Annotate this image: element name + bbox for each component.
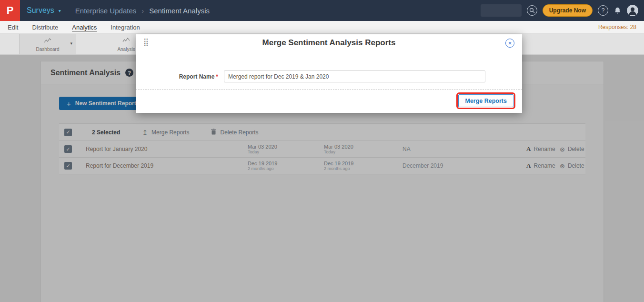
survey-nav: Edit Distribute Analytics Integration Re… <box>0 21 644 34</box>
app-logo[interactable]: P <box>0 0 20 21</box>
topbar-actions: Upgrade Now ? <box>481 4 644 17</box>
toolbar-item-dashboard[interactable]: Dashboard ▾ <box>19 34 76 54</box>
report-name-label: Report Name* <box>136 73 224 80</box>
product-switcher[interactable]: Surveys ▾ <box>27 6 61 15</box>
modal-header: ⣿ Merge Sentiment Analysis Reports × <box>136 34 522 51</box>
nav-item-distribute[interactable]: Distribute <box>32 24 58 31</box>
report-name-input[interactable] <box>224 70 485 82</box>
user-avatar[interactable] <box>627 5 638 16</box>
line-chart-icon <box>44 37 51 45</box>
help-icon[interactable]: ? <box>598 5 608 16</box>
page: P Surveys ▾ Enterprise Updates › Sentime… <box>0 0 644 302</box>
modal-body: Report Name* <box>136 70 522 82</box>
caret-down-icon: ▾ <box>59 8 61 13</box>
modal-title: Merge Sentiment Analysis Reports <box>262 38 396 48</box>
topbar: P Surveys ▾ Enterprise Updates › Sentime… <box>0 0 644 21</box>
search-icon[interactable] <box>527 5 537 16</box>
caret-down-icon[interactable]: ▾ <box>70 41 72 46</box>
toolbar-item-label: Dashboard <box>36 47 60 52</box>
nav-item-integration[interactable]: Integration <box>111 24 140 31</box>
breadcrumb-survey-name[interactable]: Enterprise Updates <box>75 7 136 15</box>
upgrade-now-button[interactable]: Upgrade Now <box>543 4 593 17</box>
nav-item-analytics[interactable]: Analytics <box>72 24 97 31</box>
breadcrumb: Enterprise Updates › Sentiment Analysis <box>75 7 210 15</box>
required-marker: * <box>216 73 218 80</box>
responses-count: Responses: 28 <box>598 24 636 30</box>
report-name-label-text: Report Name <box>179 73 215 80</box>
drag-handle-icon[interactable]: ⣿ <box>143 38 149 46</box>
merge-reports-button[interactable]: Merge Reports <box>458 94 513 107</box>
breadcrumb-current-page: Sentiment Analysis <box>149 7 210 15</box>
modal-footer: Merge Reports <box>136 90 522 113</box>
nav-item-edit[interactable]: Edit <box>8 24 18 31</box>
chevron-right-icon: › <box>141 7 144 15</box>
topbar-search-input[interactable] <box>481 4 522 17</box>
toolbar-item-label: Analysis <box>117 47 135 52</box>
merge-reports-modal: ⣿ Merge Sentiment Analysis Reports × Rep… <box>136 34 522 113</box>
product-label: Surveys <box>27 6 54 15</box>
close-icon[interactable]: × <box>505 39 514 48</box>
notifications-bell-icon[interactable] <box>614 7 622 15</box>
line-chart-icon <box>122 37 130 45</box>
